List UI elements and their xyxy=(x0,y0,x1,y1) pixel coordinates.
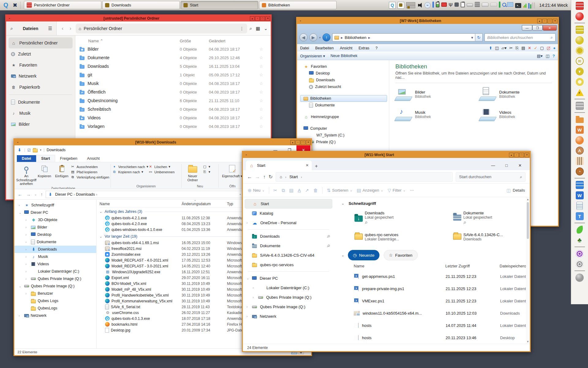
dock-writer-blue[interactable] xyxy=(574,201,586,210)
w11-side-onedrive-personal[interactable]: ›☁OneDrive - Personal xyxy=(245,218,332,228)
archive-drawer-icon[interactable] xyxy=(475,2,480,8)
quick-card-save-6-4-0-13426-c-[interactable]: SAVe-6.4.0.13426-C...Downloads xyxy=(452,228,530,246)
taskbar-button-start[interactable]: Start xyxy=(181,1,258,9)
close-button[interactable]: ✕ xyxy=(266,16,270,21)
disk-icon-a[interactable] xyxy=(482,2,488,8)
w7-tree-computer[interactable]: Computer xyxy=(300,125,387,132)
refresh-icon[interactable]: ↻ xyxy=(475,33,483,41)
w11-side-start[interactable]: ⌂Start xyxy=(245,199,332,209)
search-icon[interactable]: ⌕ xyxy=(551,35,553,40)
dock-files-gray[interactable] xyxy=(574,101,586,110)
scrollbar[interactable]: ▲▼ xyxy=(526,197,530,344)
filter-menu[interactable]: ▽Filter ⌄ xyxy=(387,188,405,193)
sidebar-item-musik[interactable]: ♪Musik xyxy=(9,108,73,119)
maximize-button[interactable]: □ xyxy=(519,153,524,157)
favorite-star-icon[interactable]: ☆ xyxy=(255,115,268,120)
w11-side-qubes-private-image-q-[interactable]: ›Qubes Private Image (Q:) xyxy=(245,302,332,312)
organize-menu[interactable]: Organisieren ▾ xyxy=(300,54,325,58)
paste-shortcut-button[interactable]: ⧉Verknüpfung einfügen xyxy=(70,175,109,179)
kebab-menu-icon[interactable]: ⋮ xyxy=(240,26,244,31)
file-row-dokumente[interactable]: ≡Dokumente4 Objekte29.10.2025 12:46☆ xyxy=(80,53,268,62)
file-row-bilder[interactable]: ▣Bilder0 Objekte04.08.2023 18:17☆ xyxy=(80,45,268,53)
w10-tree-desktop[interactable]: ›Desktop xyxy=(14,231,96,238)
undo-icon[interactable]: ✓ xyxy=(534,46,537,50)
library-dokumente[interactable]: DokumenteBibliothek xyxy=(480,87,555,101)
close-button[interactable]: ✕ xyxy=(525,153,529,157)
library-videos[interactable]: VideosBibliothek xyxy=(480,108,555,121)
battery-icon[interactable] xyxy=(436,2,439,9)
close-button[interactable]: ✕ xyxy=(553,19,557,23)
file-row-vorlagen[interactable]: ✎Vorlagen0 Objekte04.08.2023 18:17☆ xyxy=(80,122,268,131)
search-box-w11[interactable]: Start durchsuchen ⌕ xyxy=(456,172,526,182)
file-row-öffentlich[interactable]: ⇄Öffentlich0 Objekte04.08.2023 18:17☆ xyxy=(80,88,268,96)
recent-row-windows11-0-kb5054156-x64-m-[interactable]: windows11.0-kb5054156-x64.m...10.10.2025… xyxy=(341,307,529,319)
up-button[interactable]: ↑ xyxy=(40,192,44,197)
copy-to-button[interactable]: ⧉Kopieren nach ▾ xyxy=(112,170,148,174)
sidebar-item-netzwerk[interactable]: Netzwerk xyxy=(9,71,73,82)
qat-dropdown[interactable]: ▾ xyxy=(40,148,41,151)
history-chevron[interactable]: ⌄ xyxy=(33,193,38,196)
paste-icon[interactable]: ▤ xyxy=(289,188,293,193)
cut-button[interactable]: ✂Ausschneiden xyxy=(70,165,109,169)
tree-chevron[interactable]: ⌄ xyxy=(19,211,22,215)
workspace-switcher[interactable] xyxy=(406,2,415,8)
grid-view-icon[interactable]: ▦ xyxy=(256,26,260,31)
window-menu-button[interactable]: - xyxy=(6,16,13,21)
shade-button[interactable]: ▴ xyxy=(250,16,254,21)
disconnect-drive-icon[interactable]: ▢̸ xyxy=(547,46,550,50)
cut-icon[interactable]: ✂ xyxy=(273,188,277,193)
qat-checkbox-icon[interactable]: ☑ xyxy=(27,148,31,152)
dock-explorer-orange[interactable] xyxy=(574,115,586,124)
minimize-button[interactable]: ▫ xyxy=(542,19,547,23)
power-manager-icon[interactable]: ⌁ xyxy=(424,2,431,8)
ribbon-tab-start[interactable]: Start xyxy=(36,155,55,162)
tree-chevron[interactable]: › xyxy=(19,203,22,207)
tree-chevron[interactable]: › xyxy=(25,233,29,236)
shade-button[interactable]: ▴ xyxy=(509,153,514,157)
sidebar-item-pers-nlicher-ordner[interactable]: ⌂Persönlicher Ordner xyxy=(9,37,73,48)
w10-tree-dokumente[interactable]: ›Dokumente xyxy=(14,238,96,246)
up-orb-icon[interactable]: ⬆ xyxy=(489,46,492,50)
w10-tree-qubes-logs[interactable]: Qubes Logs xyxy=(14,297,96,305)
search-icon[interactable]: ⌕ xyxy=(10,26,13,31)
window-menu-button[interactable]: - xyxy=(297,19,304,23)
window-menu-button[interactable]: - xyxy=(14,140,21,144)
tree-chevron[interactable]: ⌄ xyxy=(19,284,22,288)
dock-frog-green[interactable]: ♣ xyxy=(574,236,586,245)
tree-chevron[interactable]: › xyxy=(253,286,254,289)
w11-side-save-6-4-0-13426-cs-civ-x64[interactable]: SAVe-6.4.0.13426-CS-CIV-x64 xyxy=(245,251,332,260)
minimize-button[interactable]: ▫ xyxy=(296,140,300,145)
dock-app-a-orange[interactable]: A xyxy=(574,146,586,155)
breadcrumb[interactable]: Dieser PC › Downloads › xyxy=(55,192,97,197)
view-menu[interactable]: ▤Anzeigen ⌄ xyxy=(357,188,383,193)
w10-tree-benutzer[interactable]: ›Benutzer xyxy=(14,290,96,297)
w10-tree-dieser-pc[interactable]: ⌄Dieser PC xyxy=(14,209,96,216)
new-library-button[interactable]: Neue Bibliothek xyxy=(330,54,357,58)
sort-menu[interactable]: ⇅Sortieren ⌄ xyxy=(327,188,352,193)
address-dropdown-icon[interactable]: ▾ xyxy=(471,35,473,40)
minimize-button-w11[interactable]: — xyxy=(486,163,500,168)
maximize-button-w11[interactable]: □ xyxy=(500,163,513,168)
favorite-star-icon[interactable]: ☆ xyxy=(255,47,268,52)
back-button[interactable]: ← xyxy=(247,174,252,180)
delete-icon[interactable]: 🗑 xyxy=(313,188,318,193)
help-icon[interactable]: ? xyxy=(552,54,555,58)
tab-start[interactable]: ⌂ Start ✕ xyxy=(246,160,312,170)
dock-textdoc-blue[interactable]: T xyxy=(574,212,586,221)
disk-icon-b[interactable] xyxy=(490,2,497,8)
column-name[interactable]: Name ⌃ xyxy=(80,39,180,43)
w10-tree-qubes-private-image-q-[interactable]: ⌄Qubes Private Image (Q:) xyxy=(14,282,96,290)
domain-cube-tray[interactable] xyxy=(398,2,404,9)
favorite-star-icon[interactable]: ☆ xyxy=(255,107,268,112)
back-button[interactable]: ← xyxy=(17,192,23,197)
views-icon[interactable]: ▤▾ xyxy=(537,54,543,58)
w11-side-dieser-pc[interactable]: ⌄Dieser PC xyxy=(245,274,332,283)
menu-Bearbeiten[interactable]: Bearbeiten xyxy=(315,45,334,51)
w10-tree-musik[interactable]: ›♪Musik xyxy=(14,253,96,260)
close-tab-icon[interactable]: ✕ xyxy=(306,163,309,167)
cut-icon[interactable]: ✂ xyxy=(509,46,513,50)
w7-tree-heimnetzgruppe[interactable]: ⌂Heimnetzgruppe xyxy=(300,113,387,120)
dock-files-red[interactable] xyxy=(574,1,586,10)
delete-button[interactable]: ✕Löschen ▾ xyxy=(148,165,175,169)
column-accessed[interactable]: Letzter Zugriff xyxy=(445,264,499,268)
